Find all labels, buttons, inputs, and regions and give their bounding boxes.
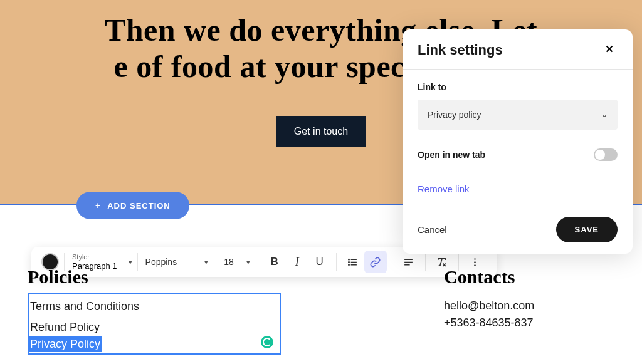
chevron-down-icon: ▾	[246, 258, 250, 266]
style-label: Style:	[72, 253, 117, 261]
svg-point-12	[474, 261, 476, 263]
list-item-selected[interactable]: Privacy Policy	[29, 336, 102, 352]
toggle-knob	[595, 150, 605, 160]
open-new-tab-toggle[interactable]	[594, 148, 618, 161]
add-section-label: ADD SECTION	[107, 201, 171, 211]
svg-point-11	[474, 258, 476, 260]
contacts-column: Contacts hello@belton.com +5363-84635-83…	[444, 266, 534, 355]
link-to-label: Link to	[418, 82, 618, 92]
plus-icon: +	[95, 200, 101, 211]
list-item[interactable]: Refund Policy	[29, 317, 280, 338]
save-button[interactable]: SAVE	[556, 217, 618, 242]
remove-link-button[interactable]: Remove link	[418, 184, 470, 194]
font-family-select[interactable]: Poppins ▾	[143, 257, 211, 267]
open-new-tab-label: Open in new tab	[418, 150, 485, 160]
svg-point-13	[474, 264, 476, 266]
svg-point-3	[349, 259, 349, 259]
link-settings-popup: Link settings Link to Privacy policy ⌄ O…	[403, 29, 633, 254]
add-section-button[interactable]: + ADD SECTION	[76, 192, 189, 219]
policies-edit-box[interactable]: Terms and Conditions Refund Policy Priva…	[28, 293, 281, 355]
svg-point-5	[349, 264, 349, 265]
get-in-touch-button[interactable]: Get in touch	[276, 116, 366, 147]
policies-heading: Policies	[28, 266, 281, 288]
contact-email: hello@belton.com	[444, 298, 534, 315]
font-size-select[interactable]: 18 ▾	[221, 257, 253, 267]
close-button[interactable]	[601, 41, 618, 59]
policies-column: Policies Terms and Conditions Refund Pol…	[28, 266, 281, 355]
list-item[interactable]: Terms and Conditions	[29, 296, 280, 317]
svg-point-4	[349, 261, 349, 262]
cancel-button[interactable]: Cancel	[418, 224, 447, 235]
chevron-down-icon: ▾	[204, 258, 208, 266]
contacts-heading: Contacts	[444, 266, 534, 288]
chevron-down-icon: ▾	[129, 258, 132, 266]
grammarly-icon[interactable]	[260, 335, 275, 350]
contact-phone: +5363-84635-837	[444, 315, 534, 331]
link-to-value: Privacy policy	[428, 110, 482, 120]
link-to-dropdown[interactable]: Privacy policy ⌄	[418, 100, 618, 130]
chevron-down-icon: ⌄	[601, 110, 608, 119]
popup-title: Link settings	[418, 42, 503, 58]
